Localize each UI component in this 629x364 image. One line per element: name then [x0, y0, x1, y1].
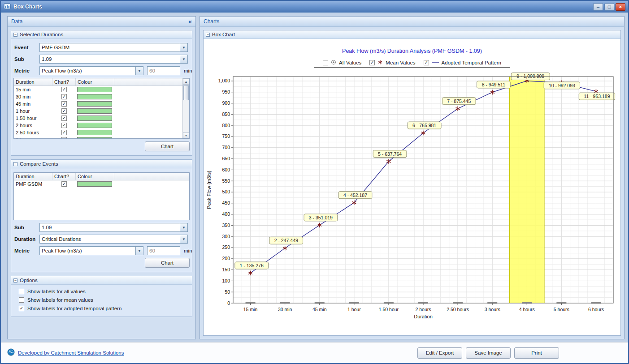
option-checkbox[interactable]: ✓: [19, 306, 24, 311]
chart-checkbox[interactable]: ✓: [61, 108, 67, 114]
chart-button[interactable]: Chart: [145, 141, 190, 151]
compare-minutes-input[interactable]: [147, 246, 180, 255]
column-header-blank: [114, 173, 189, 180]
titlebar[interactable]: Box Charts – □ ×: [1, 1, 628, 13]
scrollbar-thumb[interactable]: [183, 85, 189, 100]
option-label: Show labels for all values: [27, 289, 86, 294]
svg-text:1,000: 1,000: [218, 78, 230, 83]
colour-swatch[interactable]: [77, 137, 112, 138]
chart-legend: All Values✓Mean Values✓Adopted Temporal …: [314, 58, 510, 68]
edit-export-button[interactable]: Edit / Export: [417, 347, 462, 359]
legend-checkbox[interactable]: [323, 60, 328, 65]
colour-cell: [76, 107, 114, 115]
compare-chart-button[interactable]: Chart: [145, 258, 190, 268]
chart-checkbox[interactable]: ✓: [61, 181, 67, 187]
options-group: Options Show labels for all valuesShow l…: [11, 276, 192, 317]
colour-swatch[interactable]: [77, 108, 112, 114]
chart-checkbox[interactable]: ✓: [61, 123, 67, 128]
credit-link[interactable]: Developed by Catchment Simulation Soluti…: [18, 350, 124, 355]
charts-panel: Charts Box Chart Peak Flow (m3/s) Durati…: [200, 16, 625, 339]
collapse-panel-icon[interactable]: «: [188, 18, 192, 25]
colour-swatch[interactable]: [77, 94, 112, 99]
svg-text:750: 750: [222, 133, 230, 139]
group-title: Options: [20, 278, 38, 283]
legend-checkbox[interactable]: ✓: [424, 60, 429, 65]
svg-text:2 - 247.449: 2 - 247.449: [274, 238, 298, 243]
colour-swatch[interactable]: [77, 101, 112, 107]
option-checkbox[interactable]: [19, 297, 24, 303]
metric-dropdown[interactable]: Peak Flow (m3/s): [39, 66, 143, 75]
chart-checkbox-cell: ✓: [52, 93, 76, 100]
box-chart-plot: 1 - 135.2762 - 247.4493 - 351.0194 - 452…: [204, 70, 620, 331]
data-panel: Data « Selected Durations Event PMF GSDM: [7, 16, 196, 339]
column-header-duration: Duration: [14, 173, 52, 180]
colour-swatch[interactable]: [77, 87, 112, 92]
svg-text:400: 400: [222, 211, 230, 217]
option-checkbox[interactable]: [19, 289, 24, 294]
svg-text:950: 950: [222, 89, 230, 94]
collapse-group-icon[interactable]: [206, 33, 210, 37]
legend-item: ✓Adopted Temporal Pattern: [424, 60, 501, 66]
colour-swatch[interactable]: [77, 116, 112, 121]
table-row: 15 min✓: [14, 86, 189, 93]
svg-text:Peak Flow (m3/s): Peak Flow (m3/s): [206, 171, 212, 209]
chart-checkbox[interactable]: ✓: [61, 130, 67, 135]
column-header-blank: [114, 78, 189, 86]
collapse-group-icon[interactable]: [13, 278, 17, 283]
legend-checkbox[interactable]: ✓: [369, 60, 375, 65]
svg-text:6 - 765.981: 6 - 765.981: [412, 123, 436, 128]
catchment-logo-icon: [7, 348, 15, 357]
chart-checkbox[interactable]: ✓: [61, 87, 67, 92]
column-header-duration: Duration: [14, 78, 52, 86]
scroll-up-icon[interactable]: [183, 78, 189, 85]
save-image-button[interactable]: Save Image: [466, 347, 511, 359]
colour-swatch[interactable]: [77, 130, 112, 135]
svg-text:3 - 351.019: 3 - 351.019: [309, 215, 333, 220]
colour-cell: [76, 180, 114, 188]
maximize-button[interactable]: □: [604, 3, 614, 11]
compare-duration-dropdown[interactable]: Critical Durations: [39, 235, 188, 244]
svg-text:4 hours: 4 hours: [519, 307, 535, 312]
column-header-colour: Colour: [76, 173, 114, 180]
compare-events-header[interactable]: Compare Events: [11, 160, 192, 168]
compare-sub-dropdown[interactable]: 1.09: [39, 223, 188, 232]
chart-checkbox-cell: ✓: [52, 180, 76, 188]
duration-cell: 30 min: [14, 93, 52, 100]
chart-checkbox-cell: ✓: [52, 107, 76, 115]
table-row: 1 hour✓: [14, 107, 189, 115]
close-button[interactable]: ×: [616, 3, 625, 11]
colour-swatch[interactable]: [77, 123, 112, 128]
print-button[interactable]: Print: [514, 347, 559, 359]
sub-dropdown[interactable]: 1.09: [39, 55, 188, 64]
sub-label: Sub: [14, 225, 39, 230]
box-chart-header[interactable]: Box Chart: [204, 30, 620, 39]
event-dropdown[interactable]: PMF GSDM: [39, 43, 188, 52]
minimize-button[interactable]: –: [593, 3, 603, 11]
table-scrollbar[interactable]: [182, 78, 189, 138]
scroll-down-icon[interactable]: [183, 132, 189, 138]
duration-cell: 45 min: [14, 100, 52, 107]
metric-label: Metric: [14, 248, 39, 253]
compare-metric-dropdown[interactable]: Peak Flow (m3/s): [39, 246, 143, 255]
duration-cell: 15 min: [14, 86, 52, 93]
dropdown-arrow-icon: [180, 55, 187, 63]
collapse-group-icon[interactable]: [13, 162, 17, 166]
chart-checkbox-cell: ✓: [52, 115, 76, 122]
colour-swatch[interactable]: [77, 181, 112, 187]
chart-checkbox[interactable]: ✓: [61, 137, 67, 138]
collapse-group-icon[interactable]: [13, 33, 17, 37]
chart-checkbox[interactable]: ✓: [61, 116, 67, 121]
dropdown-arrow-icon: [180, 223, 187, 231]
column-header-colour: Colour: [76, 78, 114, 86]
options-header[interactable]: Options: [11, 276, 192, 285]
svg-text:9 - 1,000.909: 9 - 1,000.909: [516, 73, 544, 79]
minutes-unit-label: min: [184, 248, 192, 253]
duration-minutes-input[interactable]: [147, 66, 180, 75]
box-charts-app-icon: [4, 3, 11, 11]
chart-checkbox[interactable]: ✓: [61, 94, 67, 99]
charts-panel-header: Charts: [200, 17, 624, 27]
svg-text:Duration: Duration: [414, 314, 433, 319]
chart-checkbox[interactable]: ✓: [61, 101, 67, 107]
event-label: Event: [14, 45, 39, 50]
selected-durations-header[interactable]: Selected Durations: [11, 30, 192, 39]
